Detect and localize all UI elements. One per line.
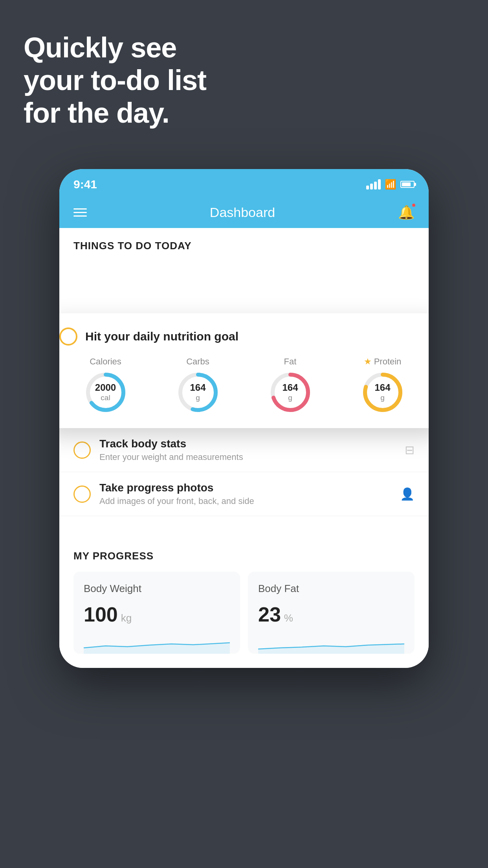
- body-weight-title: Body Weight: [84, 583, 230, 595]
- fat-item: Fat 164 g: [269, 357, 312, 414]
- progress-header: MY PROGRESS: [73, 550, 415, 562]
- progress-cards: Body Weight 100 kg Bo: [73, 572, 415, 654]
- fat-donut: 164 g: [269, 371, 312, 414]
- battery-icon: [400, 181, 415, 188]
- nutrition-goal-title: Hit your daily nutrition goal: [85, 330, 238, 343]
- calories-label: Calories: [90, 357, 121, 367]
- notification-dot: [411, 203, 416, 208]
- notifications-button[interactable]: 🔔: [398, 204, 415, 220]
- calories-value: 2000 cal: [95, 382, 116, 403]
- phone-mockup: 9:41 📶 Dashboard 🔔: [59, 169, 429, 668]
- list-item-body-stats[interactable]: Track body stats Enter your weight and m…: [59, 428, 429, 472]
- signal-icon: [366, 179, 381, 189]
- status-bar: 9:41 📶: [59, 169, 429, 197]
- photos-checkbox[interactable]: [73, 485, 91, 503]
- body-weight-card: Body Weight 100 kg: [73, 572, 240, 654]
- body-fat-chart: [258, 634, 404, 654]
- carbs-value: 164 g: [190, 382, 205, 403]
- body-fat-value: 23 %: [258, 603, 404, 626]
- nav-title: Dashboard: [210, 205, 275, 220]
- carbs-donut: 164 g: [176, 371, 220, 414]
- body-weight-value: 100 kg: [84, 603, 230, 626]
- scale-icon: ⊟: [405, 443, 415, 457]
- status-icons: 📶: [366, 179, 415, 190]
- body-fat-title: Body Fat: [258, 583, 404, 595]
- carbs-item: Carbs 164 g: [176, 357, 220, 414]
- body-stats-text: Track body stats Enter your weight and m…: [99, 438, 405, 462]
- phone-shell: 9:41 📶 Dashboard 🔔: [59, 169, 429, 668]
- list-item-photos[interactable]: Take progress photos Add images of your …: [59, 472, 429, 516]
- status-time: 9:41: [73, 178, 97, 191]
- protein-donut: 164 g: [361, 371, 404, 414]
- calories-item: Calories 2000 cal: [84, 357, 127, 414]
- hero-text: Quickly see your to-do list for the day.: [24, 31, 206, 129]
- carbs-label: Carbs: [186, 357, 209, 367]
- fat-label: Fat: [284, 357, 297, 367]
- photos-text: Take progress photos Add images of your …: [99, 482, 400, 506]
- protein-label: ★ Protein: [364, 357, 402, 367]
- nav-bar: Dashboard 🔔: [59, 197, 429, 228]
- things-section-header: THINGS TO DO TODAY: [59, 228, 429, 258]
- nutrition-circles: Calories 2000 cal: [59, 357, 429, 414]
- body-weight-chart: [84, 634, 230, 654]
- star-icon: ★: [364, 357, 372, 367]
- photo-icon: 👤: [400, 487, 415, 501]
- calories-donut: 2000 cal: [84, 371, 127, 414]
- app-content: THINGS TO DO TODAY Hit your daily nutrit…: [59, 228, 429, 668]
- menu-button[interactable]: [73, 208, 87, 217]
- protein-value: 164 g: [374, 382, 390, 403]
- goal-checkbox[interactable]: [59, 327, 77, 346]
- progress-section: MY PROGRESS Body Weight 100 kg: [59, 536, 429, 668]
- wifi-icon: 📶: [385, 179, 396, 190]
- nutrition-goal-header: Hit your daily nutrition goal: [59, 327, 429, 346]
- fat-value: 164 g: [282, 382, 298, 403]
- svg-marker-9: [258, 644, 404, 654]
- protein-item: ★ Protein 164 g: [361, 357, 404, 414]
- nutrition-card: Hit your daily nutrition goal Calories: [59, 313, 429, 428]
- body-fat-card: Body Fat 23 %: [248, 572, 415, 654]
- body-stats-checkbox[interactable]: [73, 441, 91, 459]
